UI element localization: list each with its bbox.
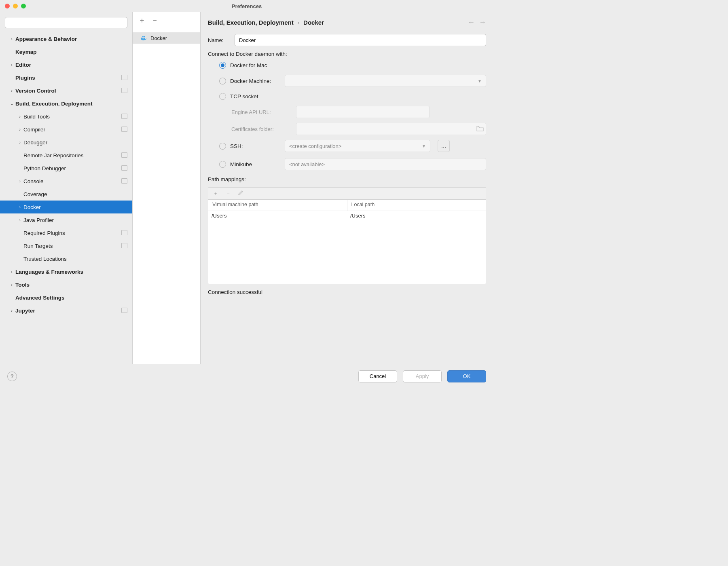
svg-rect-3 (142, 38, 144, 39)
help-button[interactable]: ? (7, 372, 17, 381)
cancel-button[interactable]: Cancel (358, 370, 397, 382)
col-local-path: Local path (347, 200, 486, 211)
expand-arrow-icon[interactable]: › (8, 269, 15, 274)
sidebar-item-coverage[interactable]: Coverage (0, 188, 132, 201)
docker-machine-combo[interactable]: ▼ (285, 75, 486, 87)
search-input[interactable] (5, 17, 127, 28)
footer: ? Cancel Apply OK (0, 364, 493, 388)
edit-mapping-button[interactable] (238, 190, 243, 196)
minikube-value: <not available> (289, 161, 325, 167)
sidebar-item-build-execution-deployment[interactable]: ⌄Build, Execution, Deployment (0, 97, 132, 110)
server-item-docker[interactable]: Docker (133, 32, 200, 44)
add-mapping-button[interactable]: ＋ (213, 190, 218, 197)
sidebar-item-jupyter[interactable]: ›Jupyter (0, 304, 132, 317)
radio-label: Minikube (230, 161, 281, 167)
expand-arrow-icon[interactable]: › (8, 308, 15, 313)
sidebar-item-advanced-settings[interactable]: Advanced Settings (0, 291, 132, 304)
ssh-config-button[interactable]: … (438, 140, 450, 152)
table-row[interactable]: /Users /Users (208, 211, 486, 222)
radio-minikube[interactable] (219, 161, 226, 168)
sidebar-item-editor[interactable]: ›Editor (0, 58, 132, 71)
sidebar-item-java-profiler[interactable]: ›Java Profiler (0, 213, 132, 226)
radio-label: Docker for Mac (230, 62, 281, 68)
servers-toolbar: ＋ － (133, 12, 200, 32)
engine-url-input[interactable] (296, 106, 430, 118)
zoom-icon[interactable] (21, 4, 26, 8)
option-tcp-socket[interactable]: TCP socket (219, 93, 486, 100)
sidebar-item-keymap[interactable]: Keymap (0, 45, 132, 58)
expand-arrow-icon[interactable]: › (16, 179, 23, 184)
docker-servers-list: ＋ － Docker (133, 12, 201, 364)
sidebar-item-plugins[interactable]: Plugins (0, 71, 132, 84)
sidebar-item-tools[interactable]: ›Tools (0, 278, 132, 291)
project-level-icon (122, 127, 127, 132)
add-server-button[interactable]: ＋ (138, 15, 146, 25)
expand-arrow-icon[interactable]: › (8, 282, 15, 287)
project-level-icon (122, 166, 127, 171)
expand-arrow-icon[interactable]: ⌄ (8, 101, 15, 106)
sidebar-item-docker[interactable]: ›Docker (0, 201, 132, 213)
option-ssh[interactable]: SSH: <create configuration> ▼ … (219, 140, 486, 152)
sidebar-item-remote-jar-repositories[interactable]: Remote Jar Repositories (0, 149, 132, 162)
cert-folder-input[interactable] (296, 123, 486, 135)
apply-button[interactable]: Apply (403, 370, 442, 382)
minimize-icon[interactable] (13, 4, 18, 8)
breadcrumb-sep: › (298, 19, 299, 25)
name-input[interactable] (235, 34, 486, 46)
radio-tcp[interactable] (219, 93, 226, 100)
close-icon[interactable] (5, 4, 10, 8)
engine-url-row: Engine API URL: (231, 106, 486, 118)
sidebar-item-languages-frameworks[interactable]: ›Languages & Frameworks (0, 265, 132, 278)
sidebar-item-run-targets[interactable]: Run Targets (0, 239, 132, 252)
expand-arrow-icon[interactable]: › (16, 114, 23, 119)
sidebar-item-appearance-behavior[interactable]: ›Appearance & Behavior (0, 32, 132, 45)
sidebar-item-console[interactable]: ›Console (0, 175, 132, 188)
breadcrumb-parent[interactable]: Build, Execution, Deployment (208, 19, 294, 26)
expand-arrow-icon[interactable]: › (16, 127, 23, 132)
sidebar-item-trusted-locations[interactable]: Trusted Locations (0, 252, 132, 265)
sidebar-item-compiler[interactable]: ›Compiler (0, 123, 132, 136)
ssh-combo[interactable]: <create configuration> ▼ (285, 140, 430, 152)
radio-docker-machine[interactable] (219, 78, 226, 84)
expand-arrow-icon[interactable]: › (8, 62, 15, 67)
sidebar-item-debugger[interactable]: ›Debugger (0, 136, 132, 149)
sidebar-item-label: Languages & Frameworks (15, 269, 132, 275)
sidebar-item-version-control[interactable]: ›Version Control (0, 84, 132, 97)
radio-docker-for-mac[interactable] (219, 62, 226, 69)
sidebar-item-build-tools[interactable]: ›Build Tools (0, 110, 132, 123)
path-table: Virtual machine path Local path /Users /… (208, 199, 486, 284)
forward-icon[interactable]: → (479, 18, 486, 27)
expand-arrow-icon[interactable]: › (8, 88, 15, 93)
radio-ssh[interactable] (219, 143, 226, 150)
option-docker-machine[interactable]: Docker Machine: ▼ (219, 75, 486, 87)
radio-label: TCP socket (230, 93, 281, 99)
connection-status: Connection successful (208, 289, 486, 295)
project-level-icon (122, 244, 127, 248)
project-level-icon (122, 114, 127, 119)
sidebar-item-label: Python Debugger (23, 165, 122, 171)
ok-button[interactable]: OK (447, 370, 486, 382)
form-area: Name: Connect to Docker daemon with: Doc… (201, 32, 493, 364)
folder-icon[interactable] (477, 126, 483, 132)
remove-server-button[interactable]: － (151, 15, 159, 25)
name-row: Name: (208, 34, 486, 46)
expand-arrow-icon[interactable]: › (8, 36, 15, 41)
cert-folder-label: Certificates folder: (231, 126, 292, 132)
sidebar-item-python-debugger[interactable]: Python Debugger (0, 162, 132, 175)
name-label: Name: (208, 37, 235, 43)
sidebar-item-label: Console (23, 178, 122, 184)
expand-arrow-icon[interactable]: › (16, 205, 23, 209)
remove-mapping-button[interactable]: － (226, 190, 231, 197)
svg-rect-5 (142, 36, 144, 37)
minikube-field: <not available> (285, 158, 486, 170)
expand-arrow-icon[interactable]: › (16, 218, 23, 222)
cell-vm-path: /Users (208, 211, 347, 222)
option-minikube[interactable]: Minikube <not available> (219, 158, 486, 170)
engine-url-label: Engine API URL: (231, 109, 292, 115)
option-docker-for-mac[interactable]: Docker for Mac (219, 62, 486, 69)
sidebar-item-required-plugins[interactable]: Required Plugins (0, 226, 132, 239)
sidebar-item-label: Trusted Locations (23, 256, 132, 262)
sidebar-item-label: Keymap (15, 49, 132, 55)
back-icon[interactable]: ← (468, 18, 475, 27)
expand-arrow-icon[interactable]: › (16, 140, 23, 145)
